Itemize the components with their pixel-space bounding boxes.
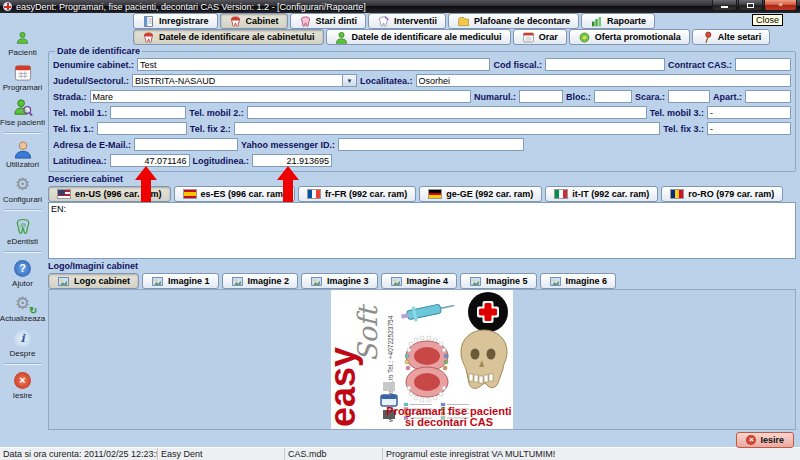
email-label: Adresa de E-Mail.: — [53, 140, 131, 150]
numarul-field[interactable] — [519, 90, 563, 103]
sub-tab-strip: Datele de identificare ale cabinetului D… — [45, 29, 800, 45]
tooth-drill-icon — [377, 15, 390, 28]
tooth-icon — [229, 15, 242, 28]
annotation-arrow-longitudine — [277, 166, 299, 202]
sidebar-item-actualizeaza[interactable]: ⚙ ↻ Actualizeaza — [0, 292, 45, 323]
user-icon — [11, 138, 35, 160]
picture-icon — [549, 275, 562, 288]
status-registration: Programul este inregistrat VA MULTUMIM! — [383, 448, 800, 460]
apart-label: Apart.: — [713, 92, 742, 102]
judet-select[interactable]: BISTRITA-NASAUD ▼ — [132, 74, 357, 87]
it-flag-icon — [554, 189, 568, 199]
tab-stari-dinti[interactable]: Stari dinti — [290, 13, 367, 29]
window-title: easyDent: Programari, fise pacienti, dec… — [16, 2, 366, 12]
numarul-label: Numarul.: — [474, 92, 516, 102]
sidebar-item-pacienti[interactable]: Pacienti — [0, 26, 45, 57]
svg-text:si decontari CAS: si decontari CAS — [405, 416, 493, 428]
sidebar-item-ajutor[interactable]: ? Ajutor — [0, 257, 45, 288]
contract-cas-field[interactable] — [735, 58, 791, 71]
tab-interventii[interactable]: Interventii — [368, 13, 446, 29]
sidebar-item-configurari[interactable]: ⚙ Configurari — [0, 173, 45, 204]
tab-date-cabinet[interactable]: Datele de identificare ale cabinetului — [133, 29, 324, 45]
sidebar-item-programari[interactable]: Programari — [0, 61, 45, 92]
descriere-textarea[interactable]: EN: — [48, 202, 796, 259]
strada-label: Strada.: — [53, 92, 87, 102]
tel-mobil2-field[interactable] — [247, 106, 647, 119]
tab-inregistrare[interactable]: Inregistrare — [133, 13, 218, 29]
maximize-button[interactable] — [738, 0, 763, 11]
bloc-field[interactable] — [594, 90, 632, 103]
iesire-button[interactable]: × Iesire — [736, 432, 794, 448]
status-app-name: Easy Dent — [158, 448, 285, 460]
tab-imagine-6[interactable]: Imagine 6 — [540, 273, 617, 289]
tab-orar[interactable]: Orar — [513, 29, 567, 45]
scara-field[interactable] — [668, 90, 710, 103]
sidebar-item-despre[interactable]: i Despre — [0, 327, 45, 358]
tab-lang-fr-fr[interactable]: fr-FR (992 car. ram) — [298, 186, 416, 202]
localitate-label: Localitatea.: — [360, 76, 413, 86]
tab-rapoarte[interactable]: Rapoarte — [581, 13, 655, 29]
ro-flag-icon — [670, 189, 684, 199]
svg-text:Soft: Soft — [352, 303, 383, 362]
scara-label: Scara.: — [635, 92, 665, 102]
tel-fix2-field[interactable] — [234, 122, 660, 135]
sidebar-divider — [4, 363, 42, 365]
denumire-label: Denumire cabinet.: — [53, 60, 134, 70]
bar-chart-icon — [590, 15, 603, 28]
sidebar-item-edentisti[interactable]: @ eDentisti — [0, 215, 45, 246]
info-icon: i — [14, 330, 31, 347]
localitate-field[interactable] — [416, 74, 791, 87]
tab-cabinet[interactable]: Cabinet — [220, 13, 288, 29]
cod-fiscal-field[interactable] — [545, 58, 665, 71]
judet-label: Judetul/Sectorul.: — [53, 76, 129, 86]
tab-imagine-2[interactable]: Imagine 2 — [222, 273, 299, 289]
tab-lang-ge-ge[interactable]: ge-GE (992 car. ram) — [419, 186, 542, 202]
tab-imagine-5[interactable]: Imagine 5 — [460, 273, 537, 289]
tab-imagine-4[interactable]: Imagine 4 — [381, 273, 458, 289]
sidebar-item-fise-pacienti[interactable]: Fise pacienti — [0, 96, 45, 127]
exit-x-icon: × — [746, 435, 756, 445]
tel-fix3-field[interactable] — [707, 122, 791, 135]
patient-file-search-icon — [11, 96, 35, 118]
sidebar-divider — [4, 251, 42, 253]
image-tab-strip: Logo cabinet Imagine 1 Imagine 2 Imagine… — [48, 272, 796, 289]
folder-money-icon — [457, 15, 470, 28]
picture-icon — [310, 275, 323, 288]
status-database: CAS.mdb — [285, 448, 383, 460]
picture-icon — [231, 275, 244, 288]
tel-fix1-field[interactable] — [97, 122, 187, 135]
gears-icon: ⚙ — [11, 173, 35, 195]
picture-icon — [57, 275, 70, 288]
sidebar-item-iesire[interactable]: × Iesire — [0, 369, 45, 400]
yahoo-label: Yahoo messenger ID.: — [241, 140, 335, 150]
pushpin-icon — [701, 31, 714, 44]
tel-mobil3-field[interactable] — [707, 106, 791, 119]
tab-oferta[interactable]: Oferta promotionala — [569, 29, 690, 45]
denumire-field[interactable] — [137, 58, 490, 71]
picture-icon — [390, 275, 403, 288]
tab-imagine-1[interactable]: Imagine 1 — [142, 273, 219, 289]
sidebar-item-utilizatori[interactable]: Utilizatori — [0, 138, 45, 169]
tel-mobil1-field[interactable] — [110, 106, 186, 119]
tab-lang-ro-ro[interactable]: ro-RO (979 car. ram) — [661, 186, 783, 202]
close-button[interactable]: × — [764, 0, 797, 11]
tab-date-medic[interactable]: Datele de identificare ale medicului — [326, 29, 511, 45]
main-tab-strip: Inregistrare Cabinet Stari dinti Interve… — [45, 13, 800, 29]
chevron-down-icon: ▼ — [342, 75, 356, 86]
strada-field[interactable] — [90, 90, 471, 103]
annotation-arrow-latitudine — [135, 166, 157, 202]
tab-alte-setari[interactable]: Alte setari — [692, 29, 771, 45]
update-gears-icon: ⚙ — [15, 295, 30, 312]
promo-icon — [578, 31, 591, 44]
yahoo-id-field[interactable] — [338, 138, 524, 151]
tab-imagine-3[interactable]: Imagine 3 — [301, 273, 378, 289]
apart-field[interactable] — [745, 90, 791, 103]
tab-lang-it-it[interactable]: it-IT (992 car. ram) — [545, 186, 658, 202]
tab-plafoane[interactable]: Plafoane de decontare — [448, 13, 579, 29]
tab-logo-cabinet[interactable]: Logo cabinet — [48, 273, 139, 289]
minimize-button[interactable] — [712, 0, 737, 11]
calendar-icon — [11, 61, 35, 83]
register-icon — [142, 15, 155, 28]
email-field[interactable] — [134, 138, 238, 151]
group-title: Date de identificare — [55, 46, 142, 56]
